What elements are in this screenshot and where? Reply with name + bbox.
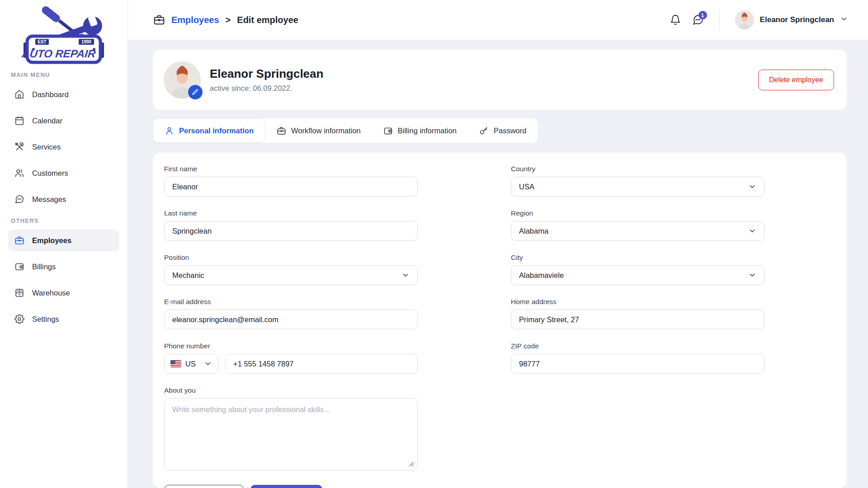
sidebar: EST 1990 AUTO REPAIR MAIN MENU Dashboard…	[0, 0, 128, 488]
city-value: Alabamaviele	[519, 271, 564, 280]
gear-icon	[14, 314, 24, 324]
sidebar-item-billings[interactable]: Billings	[8, 256, 119, 277]
home-address-input[interactable]	[511, 310, 764, 329]
main-area: Employees > Edit employee 1	[128, 0, 868, 488]
form-left-column: First name Last name Position Mechanic	[164, 165, 418, 488]
phone-input[interactable]	[225, 354, 418, 374]
city-field-group: City Alabamaviele	[511, 253, 764, 285]
email-field-group: E-mail address	[164, 298, 418, 329]
country-code-select[interactable]: US	[164, 354, 218, 374]
logo-year-label: 1990	[81, 39, 92, 44]
position-select[interactable]: Mechanic	[164, 265, 418, 285]
last-name-input[interactable]	[164, 221, 418, 241]
first-name-input[interactable]	[164, 177, 418, 197]
chevron-down-icon	[748, 183, 756, 191]
country-code-value: US	[185, 360, 196, 368]
chat-button[interactable]: 1	[692, 14, 704, 26]
form-right-column: Country USA Region Alabama	[511, 165, 764, 386]
sidebar-item-services[interactable]: Services	[8, 136, 119, 158]
tabs-bar: Personal information Workflow informatio…	[153, 118, 538, 143]
home-address-label: Home address	[511, 298, 764, 306]
notifications-button[interactable]	[670, 14, 681, 26]
sidebar-item-settings[interactable]: Settings	[8, 308, 119, 330]
sidebar-item-warehouse[interactable]: Warehouse	[8, 282, 119, 304]
country-select[interactable]: USA	[511, 177, 764, 197]
profile-avatar	[164, 61, 201, 99]
profile-card: Eleanor Springclean active since: 06.09.…	[153, 50, 847, 110]
auto-repair-logo-icon: EST 1990 AUTO REPAIR	[14, 6, 113, 64]
first-name-field-group: First name	[164, 165, 418, 197]
tab-label: Workflow information	[291, 127, 361, 135]
logo-name-label: AUTO REPAIR	[21, 47, 96, 60]
last-name-label: Last name	[164, 209, 418, 217]
chevron-down-icon	[748, 271, 756, 279]
bell-icon	[670, 14, 681, 26]
topbar-right: 1 Eleanor Springclean	[670, 10, 848, 30]
delete-employee-button[interactable]: Delete employee	[758, 70, 834, 90]
position-label: Position	[164, 253, 418, 262]
tab-workflow-information[interactable]: Workflow information	[265, 118, 372, 143]
tab-billing-information[interactable]: Billing information	[372, 118, 468, 143]
email-input[interactable]	[164, 310, 418, 329]
zip-code-input[interactable]	[511, 354, 764, 374]
pencil-icon	[192, 89, 199, 96]
profile-meta: Eleanor Springclean active since: 06.09.…	[210, 67, 323, 93]
sidebar-item-employees[interactable]: Employees	[8, 230, 119, 251]
region-value: Alabama	[519, 227, 548, 235]
city-select[interactable]: Alabamaviele	[511, 265, 764, 285]
home-address-field-group: Home address	[511, 298, 764, 329]
topbar-divider	[719, 10, 720, 30]
about-textarea[interactable]	[164, 398, 418, 470]
first-name-label: First name	[164, 165, 418, 173]
region-select[interactable]: Alabama	[511, 221, 764, 241]
tools-icon	[14, 142, 24, 152]
last-name-field-group: Last name	[164, 209, 418, 241]
tab-password[interactable]: Password	[468, 118, 538, 143]
city-label: City	[511, 253, 764, 262]
zip-code-label: ZIP code	[511, 342, 764, 350]
user-menu[interactable]: Eleanor Springclean	[735, 10, 848, 29]
save-changes-button[interactable]: Save changes	[250, 485, 322, 488]
app-root: EST 1990 AUTO REPAIR MAIN MENU Dashboard…	[0, 0, 868, 488]
avatar	[735, 10, 754, 29]
briefcase-icon	[277, 126, 286, 136]
wallet-icon	[14, 262, 24, 272]
breadcrumb-employees-link[interactable]: Employees	[171, 15, 219, 25]
sidebar-item-label: Services	[32, 143, 61, 151]
users-icon	[14, 168, 24, 178]
edit-employee-form: First name Last name Position Mechanic	[153, 153, 847, 488]
profile-name: Eleanor Springclean	[210, 67, 323, 81]
breadcrumb: Employees > Edit employee	[153, 14, 298, 26]
briefcase-icon	[153, 14, 165, 26]
topbar: Employees > Edit employee 1	[128, 0, 868, 40]
profile-active-since: active since: 06.09.2022.	[210, 84, 323, 93]
position-value: Mechanic	[172, 271, 204, 280]
tab-label: Password	[494, 127, 526, 135]
discard-changes-button[interactable]: Discard changes	[164, 485, 244, 488]
brand-logo: EST 1990 AUTO REPAIR	[8, 6, 119, 64]
about-label: About you	[164, 386, 418, 394]
user-name: Eleanor Springclean	[760, 15, 834, 24]
region-field-group: Region Alabama	[511, 209, 764, 241]
us-flag-icon	[170, 360, 181, 367]
zip-code-field-group: ZIP code	[511, 342, 764, 374]
home-icon	[14, 89, 24, 99]
sidebar-item-customers[interactable]: Customers	[8, 162, 119, 184]
user-icon	[165, 126, 174, 136]
sidebar-item-label: Employees	[32, 236, 71, 245]
sidebar-item-label: Settings	[32, 315, 59, 324]
edit-avatar-button[interactable]	[188, 85, 203, 99]
tab-label: Personal information	[179, 127, 254, 135]
briefcase-icon	[14, 235, 24, 245]
avatar-image	[735, 10, 754, 29]
chevron-down-icon	[748, 227, 756, 235]
tab-personal-information[interactable]: Personal information	[153, 118, 265, 143]
chat-badge: 1	[698, 11, 707, 19]
tab-label: Billing information	[398, 127, 457, 135]
sidebar-item-messages[interactable]: Messages	[8, 188, 119, 210]
region-label: Region	[511, 209, 764, 217]
sidebar-item-calendar[interactable]: Calendar	[8, 110, 119, 131]
form-actions: Discard changes Save changes	[164, 485, 418, 488]
sidebar-item-label: Billings	[32, 263, 56, 271]
sidebar-item-dashboard[interactable]: Dashboard	[8, 84, 119, 105]
